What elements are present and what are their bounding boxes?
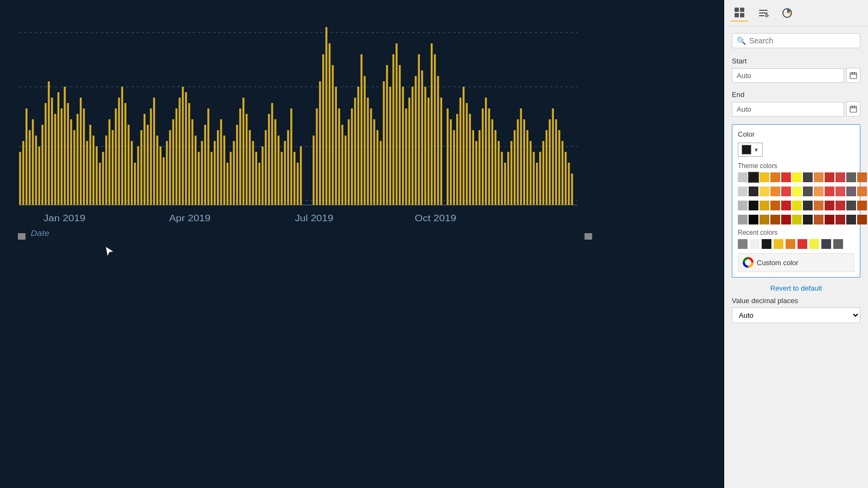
- svg-rect-184: [740, 8, 744, 12]
- grid-tab-icon[interactable]: [731, 4, 748, 22]
- start-calendar-btn[interactable]: [846, 68, 860, 83]
- theme-color-cell[interactable]: [803, 215, 813, 224]
- svg-rect-117: [383, 81, 385, 205]
- revert-link[interactable]: Revert to default: [732, 284, 860, 292]
- theme-color-cell[interactable]: [781, 215, 791, 224]
- theme-color-cell[interactable]: [825, 201, 834, 210]
- svg-rect-68: [217, 130, 219, 205]
- chart-svg: Jan 2019 Apr 2019 Jul 2019 Oct 2019 Date: [0, 0, 724, 488]
- svg-rect-124: [405, 108, 407, 205]
- color-section-panel: Color ▼ Theme colors Recent colors: [732, 124, 860, 278]
- theme-color-cell[interactable]: [857, 187, 867, 196]
- decimal-spinner-row: Auto 0 1 2: [732, 307, 860, 323]
- theme-color-cell[interactable]: [846, 201, 856, 210]
- theme-color-cell[interactable]: [770, 172, 780, 182]
- theme-color-cell[interactable]: [781, 187, 791, 196]
- theme-color-cell[interactable]: [846, 215, 856, 224]
- end-input[interactable]: [732, 102, 844, 117]
- theme-color-cell[interactable]: [857, 201, 867, 210]
- theme-color-cell[interactable]: [792, 201, 802, 210]
- svg-rect-105: [344, 136, 347, 205]
- svg-rect-183: [735, 8, 739, 12]
- theme-color-cell[interactable]: [792, 187, 802, 196]
- custom-color-label: Custom color: [757, 259, 799, 267]
- theme-color-cell[interactable]: [738, 187, 748, 196]
- svg-rect-95: [312, 136, 315, 205]
- format-tab-icon[interactable]: [755, 4, 772, 22]
- theme-color-cell[interactable]: [846, 172, 856, 182]
- theme-color-cell[interactable]: [835, 201, 845, 210]
- theme-color-cell[interactable]: [814, 201, 824, 210]
- theme-color-cell[interactable]: [814, 215, 824, 224]
- theme-color-cell[interactable]: [814, 187, 824, 196]
- theme-color-cell[interactable]: [749, 172, 758, 182]
- theme-color-cell[interactable]: [825, 215, 834, 224]
- recent-color-cell[interactable]: [738, 239, 748, 249]
- theme-color-cell[interactable]: [760, 172, 769, 182]
- theme-color-cell[interactable]: [792, 172, 802, 182]
- recent-color-cell[interactable]: [809, 239, 819, 249]
- svg-rect-97: [319, 81, 321, 205]
- svg-rect-8: [25, 108, 28, 205]
- theme-color-cell[interactable]: [803, 187, 813, 196]
- theme-color-cell[interactable]: [857, 215, 867, 224]
- theme-color-cell[interactable]: [749, 215, 758, 224]
- svg-rect-167: [546, 130, 548, 205]
- svg-rect-62: [198, 152, 200, 205]
- search-box[interactable]: 🔍: [732, 33, 860, 48]
- svg-rect-84: [268, 114, 270, 205]
- theme-color-cell[interactable]: [781, 172, 791, 182]
- svg-rect-67: [214, 141, 216, 205]
- svg-rect-36: [115, 108, 117, 205]
- color-swatch: [742, 145, 751, 155]
- theme-color-cell[interactable]: [770, 201, 780, 210]
- recent-color-cell[interactable]: [774, 239, 783, 249]
- svg-rect-63: [201, 141, 203, 205]
- svg-rect-172: [561, 141, 564, 205]
- theme-color-cell[interactable]: [825, 187, 834, 196]
- custom-color-button[interactable]: Custom color: [738, 253, 854, 272]
- theme-color-cell[interactable]: [760, 215, 769, 224]
- recent-color-cell[interactable]: [821, 239, 831, 249]
- svg-rect-39: [124, 103, 126, 205]
- svg-rect-129: [421, 70, 423, 205]
- theme-color-cell[interactable]: [749, 187, 758, 196]
- color-selector-row: ▼: [738, 143, 854, 157]
- analytics-tab-icon[interactable]: [778, 4, 796, 22]
- theme-color-cell[interactable]: [749, 201, 758, 210]
- start-input[interactable]: [732, 68, 844, 83]
- recent-color-cell[interactable]: [833, 239, 843, 249]
- theme-color-cell[interactable]: [814, 172, 824, 182]
- color-wheel-icon: [743, 257, 754, 268]
- theme-color-cell[interactable]: [760, 187, 769, 196]
- recent-color-cell[interactable]: [786, 239, 795, 249]
- color-preview-button[interactable]: ▼: [738, 143, 763, 157]
- decimal-places-select[interactable]: Auto 0 1 2: [732, 307, 860, 323]
- theme-color-cell[interactable]: [803, 201, 813, 210]
- theme-color-cell[interactable]: [857, 172, 867, 182]
- theme-color-cell[interactable]: [738, 172, 748, 182]
- theme-color-cell[interactable]: [781, 201, 791, 210]
- theme-color-cell[interactable]: [738, 215, 748, 224]
- recent-color-cell[interactable]: [750, 239, 760, 249]
- svg-rect-73: [233, 141, 235, 205]
- search-input[interactable]: [749, 36, 856, 45]
- theme-color-cell[interactable]: [835, 187, 845, 196]
- recent-color-cell[interactable]: [797, 239, 807, 249]
- theme-color-cell[interactable]: [803, 172, 813, 182]
- theme-color-cell[interactable]: [846, 187, 856, 196]
- svg-rect-150: [492, 119, 494, 205]
- theme-color-cell[interactable]: [825, 172, 834, 182]
- theme-color-cell[interactable]: [835, 215, 845, 224]
- theme-color-cell[interactable]: [792, 215, 802, 224]
- end-calendar-btn[interactable]: [846, 101, 860, 117]
- recent-color-cell[interactable]: [762, 239, 771, 249]
- theme-color-cell[interactable]: [770, 187, 780, 196]
- svg-rect-90: [287, 130, 289, 205]
- theme-color-cell[interactable]: [760, 201, 769, 210]
- svg-rect-185: [735, 13, 739, 17]
- theme-color-cell[interactable]: [738, 201, 748, 210]
- theme-color-cell[interactable]: [770, 215, 780, 224]
- svg-rect-115: [376, 130, 379, 205]
- theme-color-cell[interactable]: [835, 172, 845, 182]
